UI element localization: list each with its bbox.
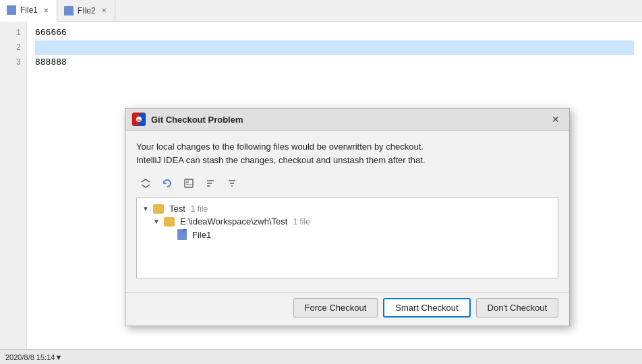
dialog-close-button[interactable]: ✕: [549, 113, 562, 126]
line-numbers: 1 2 3: [0, 22, 27, 349]
svg-rect-7: [186, 184, 192, 185]
tab-file2-icon: [64, 6, 74, 16]
force-checkout-button[interactable]: Force Checkout: [293, 298, 378, 317]
line-number-1: 1: [5, 26, 21, 40]
file-tree[interactable]: ▼ Test 1 file ▼ E:\ideaWorkspace\zwh\Tes…: [136, 198, 558, 278]
dialog-title-text: Git Checkout Problem: [151, 115, 544, 125]
code-line-2: [35, 40, 634, 55]
dialog-body: Your local changes to the following file…: [125, 131, 569, 292]
dialog-message: Your local changes to the following file…: [136, 140, 558, 166]
dialog-title-icon: ∞: [132, 113, 146, 126]
tree-item-path[interactable]: ▼ E:\ideaWorkspace\zwh\Test 1 file: [140, 215, 555, 228]
toolbar-filter-button[interactable]: [223, 175, 241, 192]
tree-chevron-test: ▼: [142, 205, 150, 212]
dialog-message-line2: IntelliJ IDEA can stash the changes, che…: [136, 154, 558, 167]
tree-item-file1[interactable]: File1: [140, 228, 555, 241]
dialog-footer: Force Checkout Smart Checkout Don't Chec…: [125, 292, 569, 326]
toolbar-revert-button[interactable]: [158, 175, 177, 192]
smart-checkout-button[interactable]: Smart Checkout: [383, 298, 470, 317]
code-content-1: 666666: [35, 26, 67, 40]
tree-label-path: E:\ideaWorkspace\zwh\Test: [180, 216, 287, 226]
status-datetime: 2020/8/8 15:14: [5, 353, 55, 361]
line-number-2: 2: [5, 40, 21, 55]
tab-file1-close[interactable]: ✕: [42, 6, 50, 15]
dont-checkout-button[interactable]: Don't Checkout: [476, 298, 558, 317]
toolbar-sort-button[interactable]: [201, 175, 220, 192]
code-line-1: 666666: [35, 26, 634, 40]
dialog-message-line1: Your local changes to the following file…: [136, 140, 558, 154]
tree-label-file1: File1: [192, 230, 211, 240]
tree-item-test[interactable]: ▼ Test 1 file: [140, 202, 555, 215]
code-line-3: 888888: [35, 55, 634, 70]
tree-count-test: 1 file: [191, 204, 208, 214]
tab-file1[interactable]: File1 ✕: [0, 0, 57, 22]
dialog-toolbar: [136, 175, 558, 192]
code-content-3: 888888: [35, 55, 67, 70]
toolbar-expand-button[interactable]: [136, 175, 155, 192]
toolbar-files-button[interactable]: [179, 175, 198, 192]
tree-label-test: Test: [169, 204, 185, 214]
tab-file1-label: File1: [20, 5, 38, 15]
svg-text:∞: ∞: [137, 117, 141, 123]
line-number-3: 3: [5, 55, 21, 70]
tree-chevron-path: ▼: [153, 218, 161, 225]
tree-folder-icon-path: [164, 217, 175, 226]
tab-file2[interactable]: FIle2 ✕: [57, 0, 115, 21]
tree-count-path: 1 file: [293, 217, 310, 226]
tab-file1-icon: [7, 5, 16, 15]
git-checkout-dialog: ∞ Git Checkout Problem ✕ Your local chan…: [125, 108, 570, 326]
status-bar: 2020/8/8 15:14 ▼: [0, 349, 642, 364]
tab-bar: File1 ✕ FIle2 ✕: [0, 0, 642, 22]
tree-folder-icon-test: [153, 204, 164, 214]
dialog-title-bar: ∞ Git Checkout Problem ✕: [125, 109, 569, 131]
tab-file2-label: FIle2: [78, 6, 96, 16]
status-extra: ▼: [55, 353, 62, 361]
tab-file2-close[interactable]: ✕: [100, 6, 108, 15]
tree-file-icon-file1: [177, 229, 187, 240]
svg-rect-6: [186, 181, 189, 183]
